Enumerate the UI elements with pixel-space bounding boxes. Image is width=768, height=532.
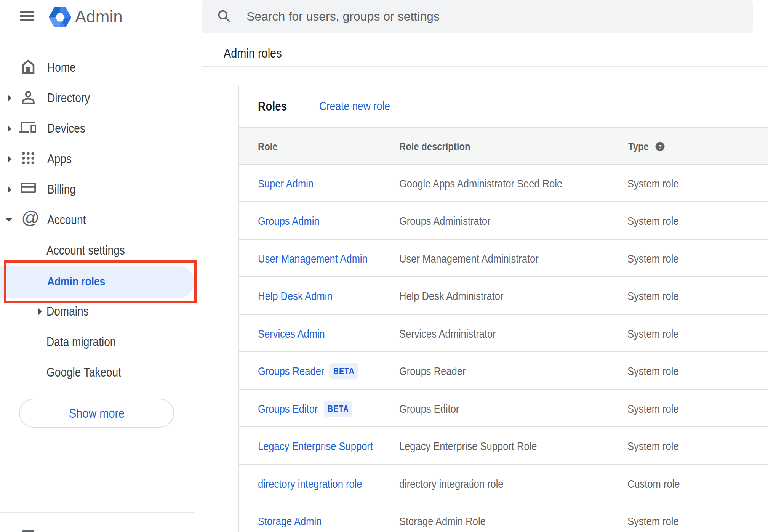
svg-text:?: ? bbox=[658, 143, 662, 150]
